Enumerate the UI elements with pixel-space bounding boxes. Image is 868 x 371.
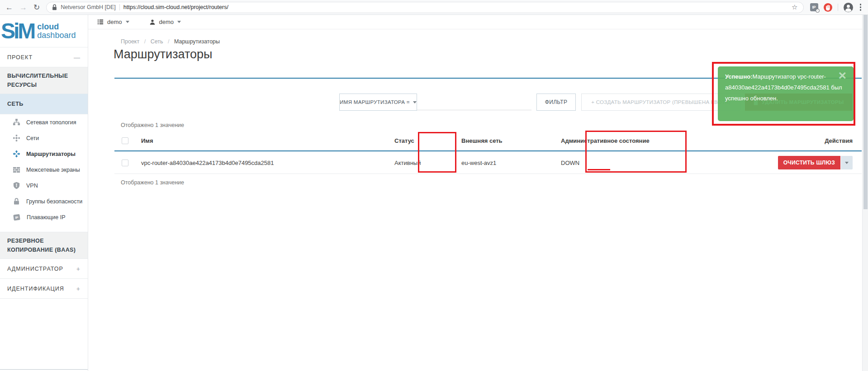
logo-text: clouddashboard — [37, 23, 76, 40]
clear-gateway-button-group: ОЧИСТИТЬ ШЛЮЗ — [778, 156, 853, 169]
toast-title: Успешно: — [725, 73, 753, 80]
profile-avatar-icon[interactable] — [844, 3, 853, 12]
ip-extension-icon[interactable]: IP — [810, 3, 818, 11]
user-menu[interactable]: demo — [149, 19, 181, 25]
firewall-icon — [13, 166, 20, 174]
table-header-underline — [114, 150, 862, 151]
column-header-status[interactable]: Статус — [394, 137, 461, 144]
expand-icon[interactable]: + — [76, 265, 81, 272]
logo-mark: SiM — [1, 21, 34, 41]
breadcrumb-network[interactable]: Сеть — [151, 38, 163, 45]
user-icon — [149, 19, 156, 25]
breadcrumb-current: Маршрутизаторы — [174, 38, 220, 45]
admin-state-link[interactable]: DOWN — [561, 160, 579, 166]
row-checkbox[interactable] — [122, 160, 128, 166]
content-topbar: demo demo — [88, 15, 868, 29]
svg-text:IP: IP — [15, 216, 18, 220]
toolbar-separator — [838, 4, 838, 11]
sidebar-item-project[interactable]: ПРОЕКТ — — [0, 47, 88, 67]
sidebar: SiM clouddashboard ПРОЕКТ — ВЫЧИСЛИТЕЛЬН… — [0, 15, 88, 371]
column-header-actions: Действия — [667, 137, 862, 144]
page-scrollbar[interactable] — [862, 15, 868, 371]
site-identity-label: Netversor GmbH [DE] — [61, 4, 116, 10]
success-toast: Успешно:Маршрутизатор vpc-router-a84030a… — [718, 66, 854, 121]
sidebar-item-firewalls[interactable]: Межсетевые экраны — [0, 162, 88, 178]
sidebar-group-baas[interactable]: РЕЗЕРВНОЕ КОПИРОВАНИЕ (BAAS) — [0, 232, 88, 259]
list-icon — [97, 19, 104, 25]
sidebar-item-network-topology[interactable]: Сетевая топология — [0, 114, 88, 130]
collapse-icon[interactable]: — — [74, 54, 81, 61]
sidebar-item-floating-ip[interactable]: IP Плавающие IP — [0, 209, 88, 225]
address-bar[interactable]: Netversor GmbH [DE] https://cloud.sim-cl… — [46, 2, 803, 13]
sidebar-item-routers[interactable]: Маршрутизаторы — [0, 146, 88, 162]
browser-menu-icon[interactable] — [859, 4, 863, 11]
expand-icon[interactable]: + — [76, 285, 81, 292]
networks-icon — [13, 134, 20, 142]
lock-icon — [13, 197, 20, 205]
chevron-down-icon — [126, 21, 129, 23]
chevron-down-icon — [177, 21, 181, 23]
table-header: Имя Статус Внешняя сеть Административное… — [114, 131, 862, 150]
breadcrumb-project[interactable]: Проект — [121, 38, 139, 45]
chevron-down-icon — [845, 162, 849, 164]
sidebar-item-networks[interactable]: Сети — [0, 130, 88, 146]
sidebar-item-security-groups[interactable]: Группы безопасности — [0, 193, 88, 209]
forward-icon[interactable]: → — [19, 4, 27, 11]
table-row: vpc-router-a84030ae422a4173b4d0e7495cda2… — [114, 152, 862, 174]
page-title: Маршрутизаторы — [114, 47, 212, 61]
main-content: demo demo Проект / Сеть / Маршрутизаторы… — [88, 15, 868, 371]
back-icon[interactable]: ← — [5, 4, 13, 11]
filter-button[interactable]: ФИЛЬТР — [536, 94, 576, 111]
select-all-checkbox[interactable] — [122, 137, 128, 144]
table-count-bottom: Отображено 1 значение — [121, 179, 184, 186]
sidebar-bottom-divider — [0, 369, 88, 370]
breadcrumb: Проект / Сеть / Маршрутизаторы — [121, 38, 220, 45]
clear-gateway-button[interactable]: ОЧИСТИТЬ ШЛЮЗ — [778, 156, 840, 169]
external-network-cell: eu-west-avz1 — [461, 160, 561, 166]
project-switcher[interactable]: demo — [97, 19, 129, 25]
reload-icon[interactable]: ↻ — [33, 4, 40, 11]
column-header-name[interactable]: Имя — [141, 137, 394, 144]
app-logo[interactable]: SiM clouddashboard — [0, 15, 88, 47]
sidebar-group-network[interactable]: СЕТЬ — [0, 94, 88, 114]
filter-value-input[interactable] — [417, 94, 531, 110]
omnibox-divider — [119, 4, 120, 10]
column-header-admin-state[interactable]: Административное состояние — [561, 137, 667, 144]
routers-icon — [13, 150, 20, 158]
lock-icon — [52, 4, 57, 10]
browser-toolbar: ← → ↻ Netversor GmbH [DE] https://cloud.… — [0, 0, 868, 15]
router-name-cell: vpc-router-a84030ae422a4173b4d0e7495cda2… — [141, 160, 394, 166]
toast-close-icon[interactable]: × — [838, 67, 846, 84]
sidebar-group-compute[interactable]: ВЫЧИСЛИТЕЛЬНЫЕ РЕСУРСЫ — [0, 67, 88, 94]
chevron-down-icon — [413, 101, 417, 103]
sidebar-item-admin[interactable]: АДМИНИСТРАТОР + — [0, 259, 88, 279]
column-header-external-network[interactable]: Внешняя сеть — [461, 137, 561, 144]
vpn-shield-icon — [13, 182, 20, 189]
bookmark-star-icon[interactable]: ☆ — [792, 3, 797, 11]
sidebar-item-vpn[interactable]: VPN — [0, 178, 88, 193]
topology-icon — [13, 118, 20, 126]
adblock-hand-icon[interactable] — [824, 3, 832, 12]
url-text: https://cloud.sim-cloud.net/project/rout… — [123, 4, 228, 10]
scrollbar-thumb[interactable] — [863, 15, 868, 209]
floating-ip-icon: IP — [13, 213, 21, 221]
row-actions-dropdown[interactable] — [841, 156, 853, 169]
create-router-button: + СОЗДАТЬ МАРШРУТИЗАТОР (ПРЕВЫШЕНА КВОТА… — [581, 94, 740, 111]
router-status-cell: Активный — [394, 160, 461, 166]
name-filter-dropdown[interactable]: ИМЯ МАРШРУТИЗАТОРА = — [339, 94, 417, 111]
table-count-top: Отображено 1 значение — [121, 122, 184, 128]
sidebar-item-identity[interactable]: ИДЕНТИФИКАЦИЯ + — [0, 279, 88, 299]
